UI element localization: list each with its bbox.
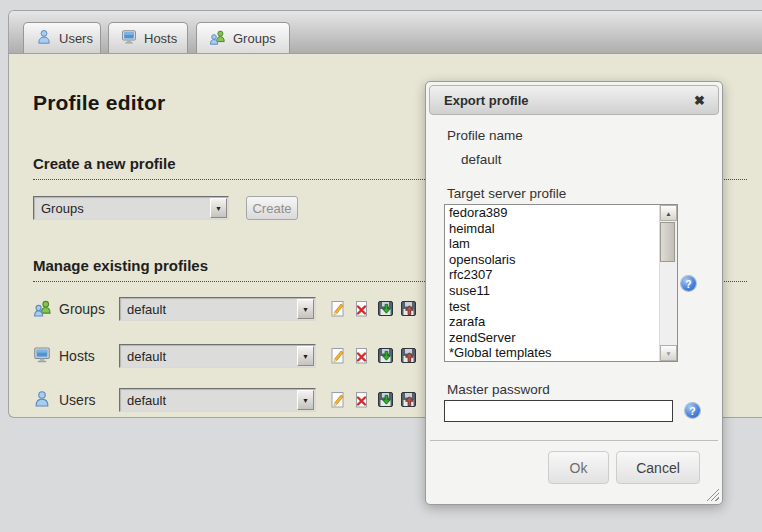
users-profile-select[interactable]: default ▼ (119, 388, 316, 412)
export-profile-icon[interactable] (400, 347, 417, 368)
close-icon[interactable]: ✖ (690, 91, 709, 110)
user-icon (33, 390, 51, 412)
row-label: Hosts (59, 344, 95, 368)
profile-type-select[interactable]: Groups ▼ (33, 196, 229, 220)
help-icon[interactable]: ? (685, 403, 700, 418)
export-profile-icon[interactable] (400, 391, 417, 412)
hosts-profile-select[interactable]: default ▼ (119, 344, 316, 368)
target-server-profile-label: Target server profile (447, 186, 566, 201)
groups-icon (209, 29, 226, 48)
export-profile-icon[interactable] (400, 300, 417, 321)
list-item[interactable]: *Global templates (445, 345, 677, 361)
tab-groups-label: Groups (233, 31, 276, 46)
import-profile-icon[interactable] (377, 300, 394, 321)
page-title: Profile editor (33, 91, 165, 115)
list-item[interactable]: lam (445, 236, 677, 252)
dialog-titlebar[interactable]: Export profile ✖ (429, 85, 719, 115)
target-server-profile-list[interactable]: fedora389 heimdal lam opensolaris rfc230… (444, 204, 678, 362)
tab-groups[interactable]: Groups (196, 22, 290, 53)
edit-profile-icon[interactable] (329, 391, 346, 413)
delete-profile-icon[interactable] (353, 347, 370, 369)
chevron-down-icon[interactable]: ▼ (297, 390, 314, 410)
tab-hosts[interactable]: Hosts (108, 22, 188, 53)
tab-bar: Users Hosts Groups (9, 11, 762, 54)
list-item[interactable]: rfc2307 (445, 267, 677, 283)
ok-button[interactable]: Ok (548, 451, 609, 484)
list-item[interactable]: heimdal (445, 221, 677, 237)
dialog-title: Export profile (430, 93, 529, 108)
selected-profile: default (127, 393, 166, 408)
row-label: Users (59, 388, 96, 412)
tab-users[interactable]: Users (23, 22, 101, 53)
chevron-down-icon[interactable]: ▼ (297, 346, 314, 366)
selected-profile: default (127, 349, 166, 364)
export-profile-dialog: Export profile ✖ Profile name default Ta… (425, 81, 723, 505)
import-profile-icon[interactable] (377, 391, 394, 412)
profile-row-hosts: Hosts default ▼ (9, 344, 439, 368)
list-item[interactable]: zendServer (445, 330, 677, 346)
delete-profile-icon[interactable] (353, 300, 370, 322)
resize-handle-icon[interactable] (706, 488, 719, 501)
profile-name-value: default (461, 152, 502, 167)
chevron-down-icon[interactable]: ▼ (297, 299, 314, 319)
master-password-input[interactable] (444, 400, 673, 422)
user-icon (36, 29, 52, 48)
tab-hosts-label: Hosts (144, 31, 177, 46)
dialog-separator (430, 440, 718, 441)
chevron-down-icon[interactable]: ▼ (210, 198, 227, 218)
profile-row-groups: Groups default ▼ (9, 297, 439, 321)
selected-profile: default (127, 302, 166, 317)
edit-profile-icon[interactable] (329, 347, 346, 369)
tab-users-label: Users (59, 31, 93, 46)
list-scrollbar[interactable]: ▲ ▼ (659, 205, 677, 361)
list-item[interactable]: opensolaris (445, 252, 677, 268)
scroll-down-icon[interactable]: ▼ (660, 345, 677, 361)
delete-profile-icon[interactable] (353, 391, 370, 413)
cancel-button[interactable]: Cancel (616, 451, 700, 484)
list-item[interactable]: fedora389 (445, 205, 677, 221)
list-item[interactable]: suse11 (445, 283, 677, 299)
profile-row-users: Users default ▼ (9, 388, 439, 412)
row-label: Groups (59, 297, 105, 321)
profile-type-selected: Groups (41, 201, 84, 216)
master-password-label: Master password (447, 382, 550, 397)
edit-profile-icon[interactable] (329, 300, 346, 322)
groups-icon (33, 299, 52, 321)
groups-profile-select[interactable]: default ▼ (119, 297, 316, 321)
profile-name-label: Profile name (447, 128, 523, 143)
help-icon[interactable]: ? (681, 276, 696, 291)
list-item[interactable]: test (445, 299, 677, 315)
host-icon (121, 29, 137, 48)
create-button[interactable]: Create (246, 196, 298, 220)
list-item[interactable]: zarafa (445, 314, 677, 330)
host-icon (33, 346, 51, 368)
import-profile-icon[interactable] (377, 347, 394, 368)
scroll-up-icon[interactable]: ▲ (660, 205, 677, 221)
scrollbar-thumb[interactable] (660, 222, 675, 262)
